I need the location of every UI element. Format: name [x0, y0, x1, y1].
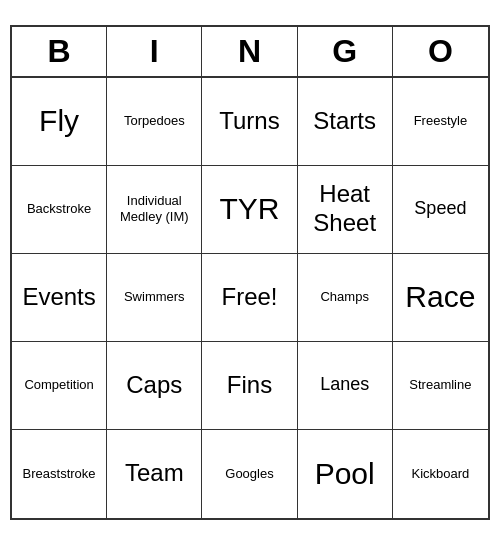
- cell-r2-c1: Swimmers: [107, 254, 202, 342]
- cell-r2-c3: Champs: [298, 254, 393, 342]
- cell-r4-c0: Breaststroke: [12, 430, 107, 518]
- cell-label: Fly: [39, 103, 79, 139]
- header-letter: I: [107, 27, 202, 76]
- cell-r2-c2: Free!: [202, 254, 297, 342]
- cell-r0-c3: Starts: [298, 78, 393, 166]
- cell-label: Freestyle: [414, 113, 467, 129]
- cell-r3-c3: Lanes: [298, 342, 393, 430]
- cell-label: Heat Sheet: [302, 180, 388, 238]
- cell-label: Pool: [315, 456, 375, 492]
- cell-r1-c2: TYR: [202, 166, 297, 254]
- cell-label: Speed: [414, 198, 466, 220]
- cell-r3-c1: Caps: [107, 342, 202, 430]
- cell-label: Race: [405, 279, 475, 315]
- cell-r4-c4: Kickboard: [393, 430, 488, 518]
- cell-label: Caps: [126, 371, 182, 400]
- cell-label: Turns: [219, 107, 279, 136]
- cell-label: Competition: [24, 377, 93, 393]
- cell-r1-c1: Individual Medley (IM): [107, 166, 202, 254]
- cell-label: Events: [22, 283, 95, 312]
- cell-r0-c1: Torpedoes: [107, 78, 202, 166]
- cell-r3-c4: Streamline: [393, 342, 488, 430]
- bingo-grid: FlyTorpedoesTurnsStartsFreestyleBackstro…: [12, 78, 488, 518]
- header-letter: G: [298, 27, 393, 76]
- cell-r2-c0: Events: [12, 254, 107, 342]
- cell-r1-c3: Heat Sheet: [298, 166, 393, 254]
- cell-label: Backstroke: [27, 201, 91, 217]
- header-letter: N: [202, 27, 297, 76]
- cell-label: Free!: [221, 283, 277, 312]
- header-letter: O: [393, 27, 488, 76]
- cell-label: Starts: [313, 107, 376, 136]
- cell-r3-c0: Competition: [12, 342, 107, 430]
- bingo-header: BINGO: [12, 27, 488, 78]
- cell-label: Streamline: [409, 377, 471, 393]
- cell-r0-c4: Freestyle: [393, 78, 488, 166]
- cell-label: Swimmers: [124, 289, 185, 305]
- cell-label: Fins: [227, 371, 272, 400]
- cell-r4-c3: Pool: [298, 430, 393, 518]
- cell-label: Kickboard: [411, 466, 469, 482]
- cell-r3-c2: Fins: [202, 342, 297, 430]
- cell-r0-c0: Fly: [12, 78, 107, 166]
- cell-label: TYR: [219, 191, 279, 227]
- cell-r0-c2: Turns: [202, 78, 297, 166]
- cell-r4-c1: Team: [107, 430, 202, 518]
- cell-r2-c4: Race: [393, 254, 488, 342]
- cell-label: Individual Medley (IM): [111, 193, 197, 224]
- cell-label: Googles: [225, 466, 273, 482]
- cell-label: Lanes: [320, 374, 369, 396]
- cell-label: Champs: [320, 289, 368, 305]
- cell-r1-c0: Backstroke: [12, 166, 107, 254]
- cell-label: Breaststroke: [23, 466, 96, 482]
- cell-label: Torpedoes: [124, 113, 185, 129]
- cell-r1-c4: Speed: [393, 166, 488, 254]
- header-letter: B: [12, 27, 107, 76]
- bingo-card: BINGO FlyTorpedoesTurnsStartsFreestyleBa…: [10, 25, 490, 520]
- cell-r4-c2: Googles: [202, 430, 297, 518]
- cell-label: Team: [125, 459, 184, 488]
